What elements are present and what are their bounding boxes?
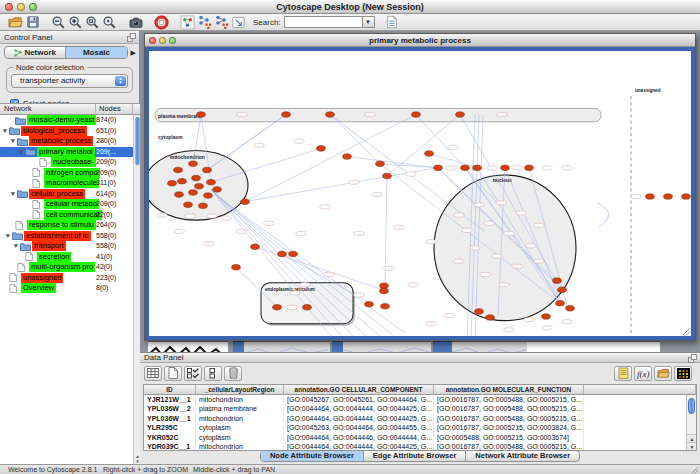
attribute-browser-icon[interactable] (384, 14, 401, 30)
delete-attribute-trash-icon[interactable] (224, 366, 242, 381)
network-node[interactable] (289, 251, 298, 257)
network-node[interactable] (207, 179, 216, 185)
search-dropdown-button[interactable]: ▼ (362, 16, 375, 28)
tree-row[interactable]: multi-organism pro42(0) (0, 262, 133, 273)
float-panel-icon[interactable] (127, 33, 136, 42)
tree-row[interactable]: mosaic-demo-yeast874(0) (0, 115, 133, 126)
tree-expand-arrow-icon[interactable] (10, 138, 17, 144)
background-window-fragment[interactable] (332, 341, 343, 352)
network-node[interactable] (241, 199, 250, 205)
table-cell[interactable]: YPL036W__1 (144, 414, 196, 423)
table-cell[interactable]: [GO:0044464, GO:0044444, GO:0044425, G..… (284, 404, 434, 413)
network-node[interactable] (303, 305, 312, 311)
table-cell[interactable]: cytoplasm (196, 423, 284, 432)
tab-network[interactable]: Network (5, 47, 66, 58)
network-node[interactable] (195, 184, 204, 190)
network-node[interactable] (178, 178, 187, 184)
network-node[interactable] (383, 173, 392, 179)
tree-row[interactable]: cellular process614(0) (0, 189, 133, 200)
tab-overflow-arrow-icon[interactable]: ▶ (131, 49, 136, 57)
network-node[interactable] (273, 305, 282, 311)
network-node[interactable] (192, 175, 201, 181)
tree-expand-arrow-icon[interactable] (5, 233, 12, 239)
table-cell[interactable]: [GO:0044464, GO:0044446, GO:0044444, G..… (284, 433, 434, 442)
new-network-selected-nodes-icon[interactable] (196, 14, 213, 30)
table-column-header[interactable]: annotation.GO CELLULAR_COMPONENT (284, 385, 434, 394)
table-scroll-up-icon[interactable]: ▲ (687, 434, 697, 442)
network-node[interactable] (501, 165, 510, 171)
table-cell[interactable] (584, 414, 696, 423)
tree-expand-arrow-icon[interactable] (18, 149, 25, 155)
background-window-fragment[interactable] (148, 341, 228, 352)
tree-scrollbar-thumb[interactable] (135, 117, 140, 165)
tree-scrollbar[interactable]: ▲▼ (133, 115, 140, 464)
table-row[interactable]: YPL036W__2plasma membrane[GO:0044464, GO… (144, 404, 696, 413)
network-node[interactable] (380, 283, 389, 289)
table-cell[interactable] (584, 433, 696, 442)
table-cell[interactable] (584, 423, 696, 432)
network-node[interactable] (475, 309, 484, 315)
network-node[interactable] (376, 161, 385, 167)
network-node[interactable] (664, 194, 673, 200)
network-node[interactable] (213, 187, 222, 193)
function-builder-icon[interactable]: f(x) (634, 366, 652, 381)
tree-row[interactable]: cell communicat22(0) (0, 210, 133, 221)
tree-row[interactable]: unassigned223(0) (0, 273, 133, 284)
table-cell[interactable]: [GO:0005488, GO:0005215, GO:0003674] (434, 433, 584, 442)
search-input[interactable] (284, 16, 362, 28)
tree-expand-arrow-icon[interactable] (13, 243, 20, 249)
tab-network-attribute-browser[interactable]: Network Attribute Browser (466, 451, 579, 461)
table-cell[interactable] (584, 395, 696, 404)
network-node[interactable] (282, 112, 291, 118)
snapshot-camera-icon[interactable] (127, 14, 144, 30)
network-node[interactable] (203, 167, 212, 173)
tree-column-nodes[interactable]: Nodes (96, 104, 133, 114)
node-color-dropdown[interactable]: transporter activity ▲▼ (11, 74, 128, 88)
table-row[interactable]: YJR121W__1mitochondrion[GO:0045267, GO:0… (144, 395, 696, 404)
zoom-selected-region-icon[interactable] (84, 14, 101, 30)
network-node[interactable] (525, 165, 534, 171)
network-node[interactable] (199, 203, 208, 209)
open-session-icon[interactable] (7, 14, 24, 30)
zoom-in-icon[interactable] (67, 14, 84, 30)
background-window-fragment[interactable] (233, 341, 244, 352)
network-node[interactable] (473, 165, 482, 171)
network-node[interactable] (326, 112, 335, 118)
tree-row[interactable]: cellular metabo209(0) (0, 199, 133, 210)
network-node[interactable] (168, 180, 177, 186)
network-node[interactable] (232, 265, 241, 271)
background-window-fragment[interactable] (527, 341, 660, 352)
network-canvas[interactable]: plasma membranecytoplasmmitochondrionnuc… (149, 51, 691, 336)
network-node[interactable] (317, 146, 326, 152)
table-cell[interactable]: [GO:0016787, GO:0005488, GO:0005215, G..… (434, 404, 584, 413)
tree-row[interactable]: biological_process651(0) (0, 126, 133, 137)
network-node[interactable] (278, 251, 287, 257)
network-node[interactable] (556, 300, 565, 306)
tab-mosaic[interactable]: Mosaic (66, 47, 126, 58)
background-window-fragment[interactable] (343, 341, 431, 352)
table-column-header[interactable]: ID (144, 385, 196, 394)
new-network-selected-edges-icon[interactable] (213, 14, 230, 30)
tree-row[interactable]: response to stimulu264(0) (0, 220, 133, 231)
save-session-icon[interactable] (24, 14, 41, 30)
tree-row[interactable]: establishment of lo558(0) (0, 231, 133, 242)
network-node[interactable] (682, 194, 691, 200)
table-cell[interactable]: [GO:0016787, GO:0005488, GO:0005215, G..… (434, 414, 584, 423)
table-cell[interactable]: [GO:0016787, GO:0005215, GO:0003824, G..… (434, 423, 584, 432)
window-resize-grip[interactable] (682, 327, 691, 336)
heatmap-matrix-icon[interactable] (674, 366, 692, 381)
table-row[interactable]: YPL036W__1mitochondrion[GO:0044464, GO:0… (144, 414, 696, 423)
network-node[interactable] (558, 287, 567, 293)
network-node[interactable] (553, 278, 562, 284)
background-window-fragment[interactable] (452, 341, 527, 352)
network-node[interactable] (456, 112, 465, 118)
tree-row[interactable]: secretion41(0) (0, 252, 133, 263)
app-resize-grip[interactable] (691, 466, 699, 474)
select-attributes-icon[interactable] (144, 366, 162, 381)
zoom-out-icon[interactable] (50, 14, 67, 30)
table-cell[interactable]: plasma membrane (196, 404, 284, 413)
zoom-fit-icon[interactable] (101, 14, 118, 30)
tree-expand-arrow-icon[interactable] (10, 191, 17, 197)
network-node[interactable] (542, 314, 551, 320)
notepad-icon[interactable] (614, 366, 632, 381)
